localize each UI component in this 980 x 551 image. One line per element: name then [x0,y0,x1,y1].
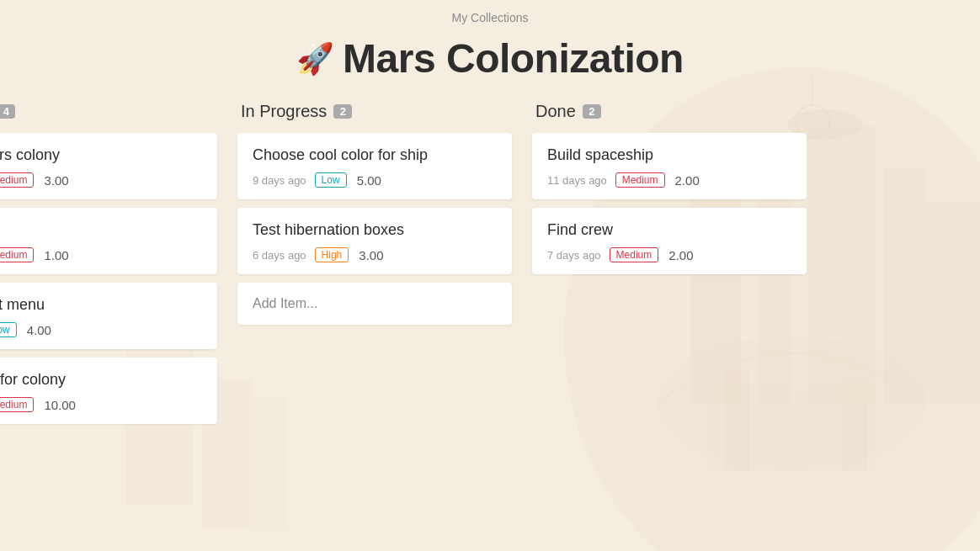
priority-badge: Medium [0,397,34,412]
column-in-progress-title: In Progress [241,102,327,121]
card-title: sh mars colony [0,146,202,164]
card-meta: ago Medium 10.00 [0,397,202,412]
card-meta: 11 days ago Medium 2.00 [547,172,791,188]
card-date: 7 days ago [547,249,601,262]
table-row[interactable]: e flight menu ago Low 4.00 [0,283,217,349]
table-row[interactable]: nks ago Medium 1.00 [0,208,217,274]
priority-badge: Medium [615,172,665,188]
table-row[interactable]: Find crew 7 days ago Medium 2.00 [532,208,807,274]
priority-badge: Low [315,172,347,188]
card-meta: ago Medium 3.00 [0,172,202,188]
card-meta: ago Medium 1.00 [0,247,202,262]
card-title: Find crew [547,221,791,239]
kanban-board: To Do 4 sh mars colony ago Medium 3.00 n… [0,102,980,432]
column-done: Done 2 Build spaceship 11 days ago Mediu… [522,102,817,283]
table-row[interactable]: Choose cool color for ship 9 days ago Lo… [237,133,512,199]
priority-badge: Medium [610,247,659,262]
card-meta: ago Low 4.00 [0,322,202,337]
card-date: 11 days ago [547,174,607,187]
column-todo-header: To Do 4 [0,102,217,121]
card-title: Build spaceship [547,146,791,164]
card-title: Choose cool color for ship [253,146,497,164]
card-points: 3.00 [44,173,68,188]
column-in-progress-count: 2 [333,104,352,119]
column-done-header: Done 2 [532,102,807,121]
my-collections-link[interactable]: My Collections [451,11,528,24]
priority-badge: Medium [0,247,34,262]
card-points: 2.00 [675,173,700,188]
priority-badge: High [315,247,349,262]
column-done-title: Done [535,102,576,121]
rocket-icon: 🚀 [296,41,334,77]
card-date: 6 days ago [253,249,306,262]
column-in-progress-header: In Progress 2 [237,102,512,121]
card-title: e flight menu [0,296,202,314]
card-points: 1.00 [44,248,68,262]
priority-badge: Low [0,322,17,337]
table-row[interactable]: name for colony ago Medium 10.00 [0,358,217,424]
page-title-row: 🚀 Mars Colonization [0,29,980,102]
table-row[interactable]: Test hibernation boxes 6 days ago High 3… [237,208,512,274]
breadcrumb-nav: My Collections [0,0,980,29]
card-title: name for colony [0,371,202,389]
card-points: 2.00 [668,248,693,262]
card-title: nks [0,221,202,239]
table-row[interactable]: Build spaceship 11 days ago Medium 2.00 [532,133,807,199]
column-todo: To Do 4 sh mars colony ago Medium 3.00 n… [0,102,227,432]
page-title: Mars Colonization [343,35,684,82]
add-item-button[interactable]: Add Item... [237,283,512,325]
card-meta: 7 days ago Medium 2.00 [547,247,791,262]
priority-badge: Medium [0,172,34,188]
column-todo-count: 4 [0,104,15,119]
table-row[interactable]: sh mars colony ago Medium 3.00 [0,133,217,199]
card-points: 3.00 [359,248,383,262]
column-done-count: 2 [583,104,601,119]
add-item-label: Add Item... [253,296,317,310]
card-meta: 6 days ago High 3.00 [253,247,497,262]
card-date: 9 days ago [253,174,306,187]
card-points: 10.00 [44,398,76,412]
card-points: 5.00 [357,173,381,188]
card-title: Test hibernation boxes [253,221,497,239]
card-points: 4.00 [27,323,51,337]
column-in-progress: In Progress 2 Choose cool color for ship… [227,102,522,333]
card-meta: 9 days ago Low 5.00 [253,172,497,188]
